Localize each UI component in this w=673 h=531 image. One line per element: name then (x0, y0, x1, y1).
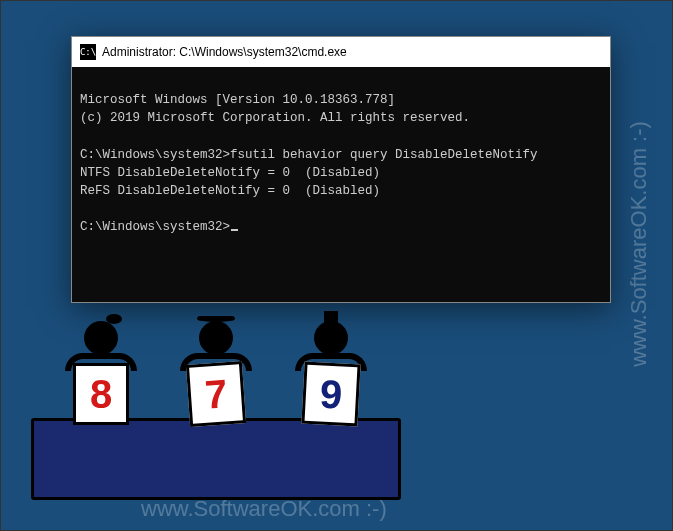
cmd-icon: C:\ (80, 44, 96, 60)
prompt-text: C:\Windows\system32> (80, 220, 230, 234)
scorecard-1: 8 (73, 363, 129, 425)
terminal-prompt: C:\Windows\system32> (80, 220, 238, 234)
terminal-line: ReFS DisableDeleteNotify = 0 (Disabled) (80, 184, 380, 198)
scorecard-3: 9 (301, 362, 360, 427)
judge-2: 7 (171, 321, 261, 425)
titlebar[interactable]: C:\ Administrator: C:\Windows\system32\c… (72, 37, 610, 67)
window-title: Administrator: C:\Windows\system32\cmd.e… (102, 45, 606, 59)
judge-1: 8 (56, 321, 146, 425)
judge-head (84, 321, 118, 355)
terminal-line: (c) 2019 Microsoft Corporation. All righ… (80, 111, 470, 125)
judge-head (314, 321, 348, 355)
terminal-output[interactable]: Microsoft Windows [Version 10.0.18363.77… (72, 67, 610, 302)
terminal-line: C:\Windows\system32>fsutil behavior quer… (80, 148, 538, 162)
judges-cartoon: 8 7 9 (31, 320, 411, 500)
cmd-window: C:\ Administrator: C:\Windows\system32\c… (71, 36, 611, 303)
cursor (231, 229, 238, 231)
watermark-right: www.SoftwareOK.com :-) (626, 121, 652, 367)
terminal-line: NTFS DisableDeleteNotify = 0 (Disabled) (80, 166, 380, 180)
terminal-line: Microsoft Windows [Version 10.0.18363.77… (80, 93, 395, 107)
judge-head (199, 321, 233, 355)
judge-3: 9 (286, 321, 376, 425)
judges-table (31, 418, 401, 500)
scorecard-2: 7 (186, 361, 246, 427)
